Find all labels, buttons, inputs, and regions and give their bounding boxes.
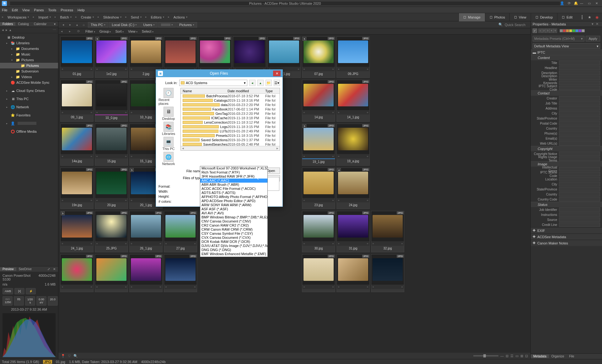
mode-view[interactable]: ◻View xyxy=(509,13,531,21)
field-email-s-[interactable] xyxy=(559,136,600,141)
field-title[interactable] xyxy=(559,61,600,65)
field-creator[interactable] xyxy=(559,96,600,100)
field-copyright-notice[interactable] xyxy=(559,152,600,156)
view-mode-icon[interactable]: ⊟ xyxy=(506,354,508,358)
field-web-url-s-[interactable] xyxy=(559,141,600,146)
file-row[interactable]: Facebook2017-06-02 1:14 PMFile fol xyxy=(181,107,280,111)
maximize-icon[interactable]: ▭ xyxy=(586,1,593,6)
thumbnail[interactable]: JPG▫▫30.jpg xyxy=(302,211,335,252)
color-swatch[interactable] xyxy=(569,29,572,32)
rating-3[interactable]: 3 xyxy=(546,29,550,33)
field-country-code[interactable] xyxy=(559,197,600,201)
filetype-option[interactable]: DNG DNG (*.DNG) xyxy=(200,248,267,252)
toolbar-create[interactable]: ▫Create▾ xyxy=(75,15,94,19)
file-row[interactable]: SavedSearches2018-03-05 2:48 PMFile fol xyxy=(181,142,280,146)
pin-icon[interactable]: ▾ xyxy=(51,22,56,26)
filetype-option[interactable]: ADTS ADTS (*.ADTS) xyxy=(200,191,267,195)
tree-up-icon[interactable]: ▴ xyxy=(9,28,11,32)
notification-icon[interactable]: 🔔 xyxy=(574,1,578,6)
field-city[interactable] xyxy=(559,111,600,115)
nav-up-icon[interactable]: ▴ xyxy=(74,22,80,28)
tree-desktop[interactable]: 🖥Desktop xyxy=(0,35,58,40)
thumbnail[interactable]: JPG▫▫25.JPG xyxy=(95,211,128,252)
filetype-option[interactable]: ABR ABR Brush (*.ABR) xyxy=(200,183,267,187)
file-row[interactable]: LensCorrection2019-11-18 3:12 PMFile fol xyxy=(181,120,280,125)
field-address[interactable] xyxy=(559,106,600,110)
prop-close-icon[interactable]: ✕ xyxy=(595,22,599,26)
color-swatch[interactable] xyxy=(572,29,575,32)
view-mode-icon[interactable]: ⊡ xyxy=(525,354,528,358)
tree-subversion[interactable]: 📁Subversion xyxy=(0,68,58,74)
field-country[interactable] xyxy=(559,126,600,131)
thumbnail[interactable]: JPG▫▫01.jpg xyxy=(60,36,94,78)
section-exif[interactable]: ✚EXIF xyxy=(531,227,602,233)
filetype-option[interactable]: ASF ASF (*.ASF) xyxy=(200,207,267,211)
field-state-province[interactable] xyxy=(559,116,600,120)
minimize-icon[interactable]: — xyxy=(578,1,585,6)
thumbnail[interactable]: JPG▫▫20.jpg xyxy=(95,168,128,209)
menu-process[interactable]: Process xyxy=(61,8,73,12)
filetype-option[interactable]: CSY Canvas Symbol File (*.CSY) xyxy=(200,232,267,236)
tree-libraries[interactable]: ▸📚Libraries xyxy=(0,40,58,46)
thumbnail[interactable]: JPG▫▫ xyxy=(95,254,128,292)
tree-this-pc[interactable]: ▸🖥This PC xyxy=(0,96,58,102)
toolbar-send[interactable]: ▫Send▾ xyxy=(125,15,142,19)
file-row[interactable]: Logs2019-11-18 3:15 PMFile fol xyxy=(181,125,280,129)
col-name[interactable]: Name xyxy=(181,89,228,93)
search-icon[interactable]: 🔍 xyxy=(498,23,503,27)
mode-photos[interactable]: ◻Photos xyxy=(485,13,509,21)
grid-tool-icon[interactable]: ♡ xyxy=(68,354,71,358)
apply-button[interactable]: Apply xyxy=(586,36,600,41)
dashboard-icon[interactable]: ┇ xyxy=(579,14,585,20)
field-description[interactable] xyxy=(559,71,600,75)
color-swatch[interactable] xyxy=(566,29,569,32)
filetype-option[interactable]: CR2 Canon RAW CR2 (*.CR2) xyxy=(200,223,267,228)
scroll-right-icon[interactable]: ▸ xyxy=(277,146,278,150)
tree-pictures[interactable]: ▾📁Pictures xyxy=(0,57,58,63)
toolbar-workspaces[interactable]: ▫Workspaces▾ xyxy=(2,15,29,19)
tree-pictures[interactable]: 📁Pictures xyxy=(0,63,58,68)
field-job-title[interactable] xyxy=(559,101,600,105)
fbar-back-icon[interactable]: ◂ xyxy=(61,29,66,33)
filetype-option[interactable]: CRW Canon RAW CRW (*.CRW) xyxy=(200,228,267,232)
thumbnail[interactable]: JPG▫▫09_1.jpg xyxy=(60,80,94,122)
file-row[interactable]: ICMCache2019-11-18 3:18 PMFile fol xyxy=(181,116,280,120)
filetype-option[interactable]: EPS Encapsulated Post Script (*.EPS) xyxy=(200,256,267,257)
new-folder-icon[interactable]: 📁 xyxy=(266,80,272,86)
nav-fwd-icon[interactable]: ▸ xyxy=(67,22,73,28)
prop-pin-icon[interactable]: ▾ xyxy=(591,22,594,26)
preview-close-icon[interactable]: ✕ xyxy=(51,267,56,271)
menu-file[interactable]: File xyxy=(2,8,8,12)
color-swatch[interactable] xyxy=(582,29,585,32)
thumbnail[interactable]: 5JPG▫▫07.jpg xyxy=(302,36,335,78)
filetype-option[interactable]: Microsoft Excel 97-2003 Worksheet (*.XLS… xyxy=(200,166,267,170)
field-city[interactable] xyxy=(559,182,600,186)
thumbnail[interactable]: JPG▫▫ xyxy=(60,254,94,292)
rating-4[interactable]: 4 xyxy=(550,29,553,33)
thumbnail[interactable]: JPG▫▫ xyxy=(164,254,197,292)
thumbnail[interactable]: JPG▫▫31.jpg xyxy=(336,211,370,252)
field-instructions[interactable] xyxy=(559,212,600,217)
metadata-view-combo[interactable]: Default Metadata View▾ xyxy=(533,43,600,49)
color-swatch[interactable] xyxy=(560,29,563,32)
field-postal-code[interactable] xyxy=(559,121,600,126)
view-mode-icon[interactable]: ▭ xyxy=(515,354,519,358)
tab-metadata[interactable]: Metadata xyxy=(531,355,549,358)
tab-folders[interactable]: Folders xyxy=(0,22,15,26)
tree-network[interactable]: ▸🌐Network xyxy=(0,104,58,110)
field-credit-line[interactable] xyxy=(559,222,600,227)
view-mode-icon[interactable]: ⊞ xyxy=(520,354,523,358)
field-iptc-subject-code[interactable] xyxy=(559,86,600,90)
filetype-option[interactable]: 3FR Hasselblad RAW 3FR (*.3FR) xyxy=(200,174,267,179)
grid-tool-icon[interactable]: 📍 xyxy=(61,354,65,358)
file-row[interactable]: Presets2019-11-18 3:15 PMFile fol xyxy=(181,133,280,138)
filetype-option[interactable]: EMF Windows Enhanced Metafile (*.EMF) xyxy=(200,252,267,256)
field-intellectual-genre[interactable] xyxy=(559,167,600,171)
thumbnail[interactable]: JPG▫▫ xyxy=(129,254,163,292)
thumbnail[interactable]: JPG▫▫09.JPG xyxy=(336,36,370,78)
field-rights-usage-terms[interactable] xyxy=(559,157,600,161)
tree-favorites[interactable]: ⭐Favorites xyxy=(0,112,58,118)
toolbar-import[interactable]: ▫Import▾ xyxy=(33,15,51,19)
toolbar-editors[interactable]: ▫Editors▾ xyxy=(145,15,164,19)
file-row[interactable]: data2016-03-23 2:20 PMFile fol xyxy=(181,103,280,107)
